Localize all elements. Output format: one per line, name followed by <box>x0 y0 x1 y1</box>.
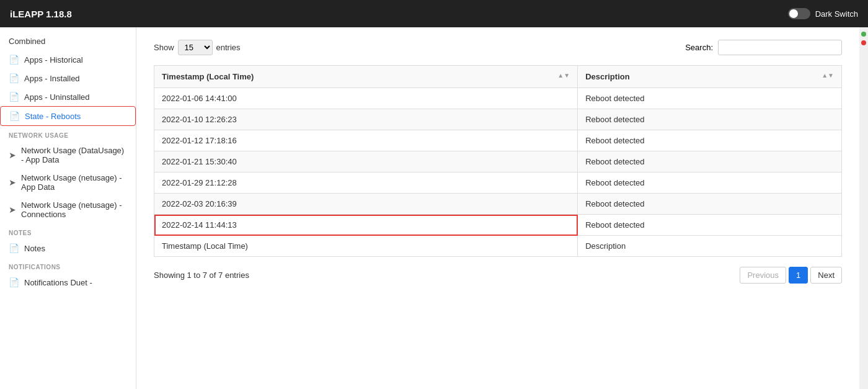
main-content: Show 10 15 25 50 100 entries Search: <box>136 27 859 389</box>
sort-icon-timestamp: ▲▼ <box>557 72 570 79</box>
sidebar-item-label: Apps - Historical <box>24 55 83 65</box>
doc-icon: 📄 <box>9 111 20 121</box>
footer-col-description: Description <box>578 236 842 257</box>
footer-col-timestamp: Timestamp (Local Time) <box>154 236 578 257</box>
cell-timestamp: 2022-01-12 17:18:16 <box>154 130 578 151</box>
sidebar-item-notifications-duet[interactable]: 📄 Notifications Duet - <box>0 273 136 292</box>
main-layout: Combined 📄 Apps - Historical 📄 Apps - In… <box>0 27 868 389</box>
table-footer-row: Timestamp (Local Time) Description <box>154 236 842 257</box>
pagination-controls: Previous 1 Next <box>740 267 842 284</box>
cell-timestamp: 2022-02-03 20:16:39 <box>154 194 578 215</box>
sidebar-item-network-netusage-app[interactable]: ➤ Network Usage (netusage) - App Data <box>0 169 136 196</box>
sidebar-item-label: Notes <box>24 244 45 253</box>
table-row: 2022-01-29 21:12:28Reboot detected <box>154 172 842 194</box>
showing-text: Showing 1 to 7 of 7 entries <box>154 271 249 280</box>
dark-switch-area: Dark Switch <box>788 8 858 19</box>
entries-select[interactable]: 10 15 25 50 100 <box>178 40 213 55</box>
table-row: 2022-02-03 20:16:39Reboot detected <box>154 194 842 215</box>
page-1-button[interactable]: 1 <box>789 267 808 284</box>
cell-description: Reboot detected <box>578 215 842 236</box>
send-icon: ➤ <box>9 150 16 160</box>
cell-description: Reboot detected <box>578 151 842 172</box>
col-timestamp[interactable]: Timestamp (Local Time) ▲▼ <box>154 66 578 88</box>
sidebar-item-label: Network Usage (netusage) - Connections <box>21 200 127 219</box>
cell-description: Reboot detected <box>578 130 842 151</box>
cell-description: Reboot detected <box>578 194 842 215</box>
show-entries-control: Show 10 15 25 50 100 entries <box>154 40 241 55</box>
table-controls: Show 10 15 25 50 100 entries Search: <box>154 40 842 55</box>
previous-button[interactable]: Previous <box>740 267 786 284</box>
sidebar-item-label: Network Usage (DataUsage) - App Data <box>21 146 127 164</box>
sidebar-item-state-reboots[interactable]: 📄 State - Reboots <box>0 106 136 126</box>
sidebar-item-combined[interactable]: Combined <box>0 32 136 50</box>
table-header-row: Timestamp (Local Time) ▲▼ Description ▲▼ <box>154 66 842 88</box>
table-row: 2022-02-14 11:44:13Reboot detected <box>154 215 842 236</box>
sidebar-item-label: Network Usage (netusage) - App Data <box>21 173 127 192</box>
show-label: Show <box>154 43 174 52</box>
entries-label: entries <box>216 43 241 52</box>
red-dot <box>861 40 866 45</box>
cell-timestamp: 2022-01-21 15:30:40 <box>154 151 578 172</box>
dark-switch-toggle[interactable] <box>788 8 810 19</box>
search-label: Search: <box>685 43 713 52</box>
send-icon: ➤ <box>9 177 16 187</box>
doc-icon: 📄 <box>9 92 19 102</box>
doc-icon: 📄 <box>9 243 19 253</box>
search-input[interactable] <box>718 40 842 55</box>
sidebar-item-notes[interactable]: 📄 Notes <box>0 239 136 257</box>
cell-timestamp: 2022-01-06 14:41:00 <box>154 88 578 109</box>
cell-timestamp: 2022-02-14 11:44:13 <box>154 215 578 236</box>
cell-timestamp: 2022-01-29 21:12:28 <box>154 172 578 194</box>
table-row: 2022-01-21 15:30:40Reboot detected <box>154 151 842 172</box>
sidebar-item-network-app-data[interactable]: ➤ Network Usage (DataUsage) - App Data <box>0 141 136 169</box>
cell-description: Reboot detected <box>578 172 842 194</box>
sidebar-item-label: State - Reboots <box>25 112 81 121</box>
app-title: iLEAPP 1.18.8 <box>10 9 72 19</box>
cell-description: Reboot detected <box>578 88 842 109</box>
sidebar-item-network-netusage-conn[interactable]: ➤ Network Usage (netusage) - Connections <box>0 196 136 223</box>
combined-label: Combined <box>9 37 45 46</box>
next-button[interactable]: Next <box>810 267 842 284</box>
green-dot <box>861 32 866 37</box>
dark-switch-label: Dark Switch <box>815 9 858 19</box>
doc-icon: 📄 <box>9 55 19 65</box>
sidebar-item-apps-installed[interactable]: 📄 Apps - Installed <box>0 69 136 87</box>
cell-description: Reboot detected <box>578 109 842 130</box>
cell-timestamp: 2022-01-10 12:26:23 <box>154 109 578 130</box>
sidebar-item-label: Apps - Installed <box>24 74 80 83</box>
col-timestamp-label: Timestamp (Local Time) <box>162 72 254 81</box>
col-description[interactable]: Description ▲▼ <box>578 66 842 88</box>
sidebar-item-apps-historical[interactable]: 📄 Apps - Historical <box>0 50 136 69</box>
table-row: 2022-01-12 17:18:16Reboot detected <box>154 130 842 151</box>
reboots-table: Timestamp (Local Time) ▲▼ Description ▲▼… <box>154 65 842 257</box>
table-row: 2022-01-10 12:26:23Reboot detected <box>154 109 842 130</box>
doc-icon: 📄 <box>9 73 19 83</box>
send-icon: ➤ <box>9 205 16 215</box>
table-footer: Showing 1 to 7 of 7 entries Previous 1 N… <box>154 267 842 284</box>
notes-section-label: NOTES <box>0 223 136 239</box>
notifications-section-label: NOTIFICATIONS <box>0 257 136 273</box>
search-area: Search: <box>685 40 842 55</box>
right-indicator <box>859 27 868 389</box>
app-header: iLEAPP 1.18.8 Dark Switch <box>0 0 868 27</box>
table-row: 2022-01-06 14:41:00Reboot detected <box>154 88 842 109</box>
sidebar-item-apps-uninstalled[interactable]: 📄 Apps - Uninstalled <box>0 87 136 106</box>
network-usage-section-label: NETWORK USAGE <box>0 126 136 141</box>
sidebar-item-label: Apps - Uninstalled <box>24 92 90 102</box>
sort-icon-description: ▲▼ <box>822 72 834 79</box>
sidebar: Combined 📄 Apps - Historical 📄 Apps - In… <box>0 27 136 389</box>
col-description-label: Description <box>585 72 630 81</box>
doc-icon: 📄 <box>9 277 19 287</box>
toggle-knob <box>789 9 798 18</box>
sidebar-item-label: Notifications Duet - <box>24 278 92 287</box>
